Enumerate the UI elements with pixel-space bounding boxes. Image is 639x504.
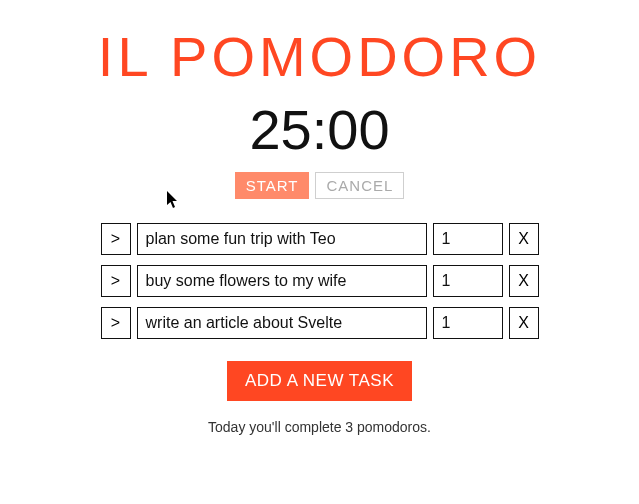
task-pomodoro-count[interactable]: 1 <box>433 223 503 255</box>
expand-task-button[interactable]: > <box>101 307 131 339</box>
chevron-right-icon: > <box>111 272 120 290</box>
chevron-right-icon: > <box>111 314 120 332</box>
task-row: > write an article about Svelte 1 X <box>101 307 539 339</box>
task-title-field[interactable]: buy some flowers to my wife <box>137 265 427 297</box>
task-title-field[interactable]: plan some fun trip with Teo <box>137 223 427 255</box>
remove-task-button[interactable]: X <box>509 307 539 339</box>
task-row: > plan some fun trip with Teo 1 X <box>101 223 539 255</box>
start-button[interactable]: START <box>235 172 310 199</box>
task-pomodoro-count[interactable]: 1 <box>433 265 503 297</box>
chevron-right-icon: > <box>111 230 120 248</box>
close-icon: X <box>518 272 529 290</box>
expand-task-button[interactable]: > <box>101 223 131 255</box>
close-icon: X <box>518 230 529 248</box>
app-title: IL POMODORO <box>98 24 541 89</box>
timer-display: 25:00 <box>249 97 389 162</box>
remove-task-button[interactable]: X <box>509 223 539 255</box>
daily-summary-text: Today you'll complete 3 pomodoros. <box>208 419 431 435</box>
remove-task-button[interactable]: X <box>509 265 539 297</box>
close-icon: X <box>518 314 529 332</box>
task-pomodoro-count[interactable]: 1 <box>433 307 503 339</box>
expand-task-button[interactable]: > <box>101 265 131 297</box>
timer-controls: START CANCEL <box>235 172 405 199</box>
task-title-field[interactable]: write an article about Svelte <box>137 307 427 339</box>
task-list: > plan some fun trip with Teo 1 X > buy … <box>101 223 539 339</box>
mouse-cursor-icon <box>167 191 179 209</box>
task-row: > buy some flowers to my wife 1 X <box>101 265 539 297</box>
add-task-button[interactable]: ADD A NEW TASK <box>227 361 412 401</box>
cancel-button[interactable]: CANCEL <box>315 172 404 199</box>
